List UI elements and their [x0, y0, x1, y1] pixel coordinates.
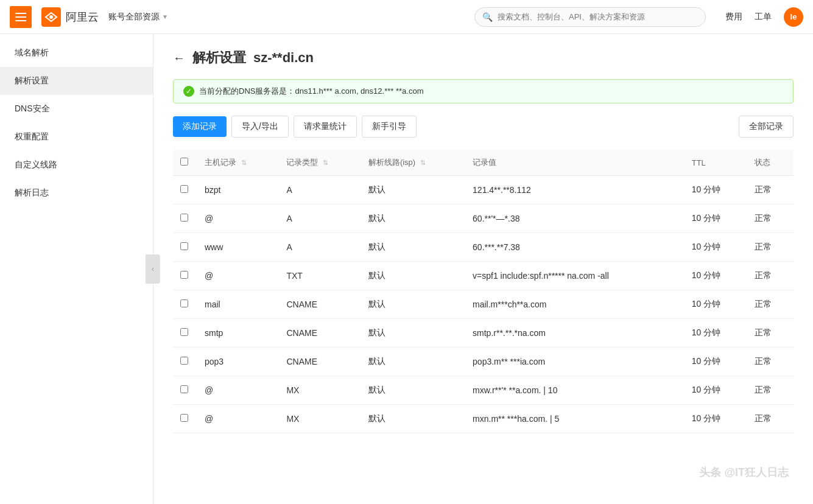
row-ttl: 10 分钟: [685, 176, 748, 205]
row-checkbox-1[interactable]: [180, 214, 188, 222]
row-checkbox-6[interactable]: [180, 357, 188, 365]
row-host: bzpt: [197, 176, 279, 205]
table-row: www A 默认 60.***.**7.38 10 分钟 正常: [173, 233, 794, 262]
row-checkbox-0[interactable]: [180, 185, 188, 193]
sidebar-item-dns-security[interactable]: DNS安全: [0, 95, 153, 123]
user-avatar[interactable]: Ie: [784, 7, 803, 27]
account-label: 账号全部资源: [108, 12, 160, 23]
row-host: www: [197, 233, 279, 262]
dns-records-table: 主机记录 ⇅ 记录类型 ⇅ 解析线路(isp) ⇅ 记录值: [173, 150, 794, 433]
table-header-line: 解析线路(isp) ⇅: [361, 150, 465, 176]
row-checkbox-cell: [173, 290, 197, 319]
row-checkbox-2[interactable]: [180, 242, 188, 250]
row-value: pop3.m** ***ia.com: [465, 348, 685, 376]
logo-area[interactable]: 阿里云: [41, 7, 99, 27]
row-host: @: [197, 376, 279, 405]
row-ttl: 10 分钟: [685, 205, 748, 233]
row-checkbox-cell: [173, 205, 197, 233]
row-status: 正常: [747, 319, 794, 348]
table-header-checkbox: [173, 150, 197, 176]
svg-point-0: [49, 15, 53, 19]
row-checkbox-8[interactable]: [180, 414, 188, 422]
add-record-button[interactable]: 添加记录: [173, 116, 227, 137]
row-line: 默认: [361, 319, 465, 348]
nav-link-cost[interactable]: 费用: [725, 12, 742, 23]
table-header-value: 记录值: [465, 150, 685, 176]
row-type: A: [279, 176, 361, 205]
page-layout: 域名解析 解析设置 DNS安全 权重配置 自定义线路 解析日志 ‹ ← 解析设置…: [0, 34, 813, 504]
row-checkbox-cell: [173, 176, 197, 205]
row-type: MX: [279, 376, 361, 405]
row-line: 默认: [361, 176, 465, 205]
all-records-button[interactable]: 全部记录: [739, 116, 794, 138]
table-row: @ TXT 默认 v=spf1 include:spf.n***** na.co…: [173, 262, 794, 290]
table-row: smtp CNAME 默认 smtp.r**.**.*na.com 10 分钟 …: [173, 319, 794, 348]
row-status: 正常: [747, 348, 794, 376]
import-export-button[interactable]: 导入/导出: [231, 116, 289, 138]
select-all-checkbox[interactable]: [180, 158, 188, 166]
row-status: 正常: [747, 205, 794, 233]
sidebar-item-weight[interactable]: 权重配置: [0, 123, 153, 151]
row-checkbox-3[interactable]: [180, 271, 188, 279]
nav-link-ticket[interactable]: 工单: [755, 12, 772, 23]
row-checkbox-cell: [173, 405, 197, 433]
dns-notice-text: 当前分配的DNS服务器是：dns11.h*** a.com, dns12.***…: [199, 86, 423, 97]
row-type: CNAME: [279, 348, 361, 376]
row-host: @: [197, 405, 279, 433]
row-checkbox-4[interactable]: [180, 299, 188, 307]
table-header-status: 状态: [747, 150, 794, 176]
row-ttl: 10 分钟: [685, 405, 748, 433]
row-status: 正常: [747, 405, 794, 433]
account-selector[interactable]: 账号全部资源 ▼: [108, 12, 168, 23]
sidebar-item-log[interactable]: 解析日志: [0, 179, 153, 207]
row-ttl: 10 分钟: [685, 290, 748, 319]
sidebar-item-custom-line[interactable]: 自定义线路: [0, 151, 153, 179]
row-checkbox-cell: [173, 348, 197, 376]
search-icon: 🔍: [482, 12, 493, 22]
sidebar-item-settings[interactable]: 解析设置: [0, 67, 153, 95]
back-button[interactable]: ←: [173, 51, 185, 65]
row-line: 默认: [361, 348, 465, 376]
row-checkbox-5[interactable]: [180, 328, 188, 336]
page-title: 解析设置: [192, 49, 246, 67]
check-icon: ✓: [183, 86, 194, 97]
row-value: 60.***.**7.38: [465, 233, 685, 262]
row-value: smtp.r**.**.*na.com: [465, 319, 685, 348]
row-host: @: [197, 262, 279, 290]
toolbar: 添加记录 导入/导出 请求量统计 新手引导 全部记录: [173, 116, 794, 138]
sort-icon-host: ⇅: [241, 159, 247, 166]
search-input[interactable]: [498, 12, 698, 21]
row-line: 默认: [361, 233, 465, 262]
logo-icon: [41, 7, 61, 27]
row-line: 默认: [361, 205, 465, 233]
row-status: 正常: [747, 233, 794, 262]
table-row: @ MX 默认 mxw.r**'* **a.com. | 10 10 分钟 正常: [173, 376, 794, 405]
sidebar-item-domain[interactable]: 域名解析: [0, 39, 153, 67]
sidebar-collapse-button[interactable]: ‹: [146, 254, 160, 284]
row-status: 正常: [747, 290, 794, 319]
table-row: mail CNAME 默认 mail.m***ch**a.com 10 分钟 正…: [173, 290, 794, 319]
row-checkbox-7[interactable]: [180, 385, 188, 393]
sort-icon-type: ⇅: [323, 159, 328, 166]
hamburger-button[interactable]: [10, 6, 32, 28]
row-value: 60.**'*—*.38: [465, 205, 685, 233]
row-type: CNAME: [279, 290, 361, 319]
sidebar: 域名解析 解析设置 DNS安全 权重配置 自定义线路 解析日志 ‹: [0, 34, 153, 504]
row-ttl: 10 分钟: [685, 348, 748, 376]
table-row: @ A 默认 60.**'*—*.38 10 分钟 正常: [173, 205, 794, 233]
search-bar[interactable]: 🔍: [474, 7, 706, 27]
row-status: 正常: [747, 176, 794, 205]
row-type: TXT: [279, 262, 361, 290]
account-arrow: ▼: [162, 13, 168, 20]
table-row: bzpt A 默认 121.4**.**8.112 10 分钟 正常: [173, 176, 794, 205]
row-value: v=spf1 include:spf.n***** na.com -all: [465, 262, 685, 290]
stats-button[interactable]: 请求量统计: [294, 116, 357, 138]
row-host: pop3: [197, 348, 279, 376]
row-line: 默认: [361, 405, 465, 433]
row-type: A: [279, 233, 361, 262]
guide-button[interactable]: 新手引导: [362, 116, 417, 138]
row-line: 默认: [361, 376, 465, 405]
table-header-host: 主机记录 ⇅: [197, 150, 279, 176]
row-host: mail: [197, 290, 279, 319]
dns-notice: ✓ 当前分配的DNS服务器是：dns11.h*** a.com, dns12.*…: [173, 79, 794, 103]
